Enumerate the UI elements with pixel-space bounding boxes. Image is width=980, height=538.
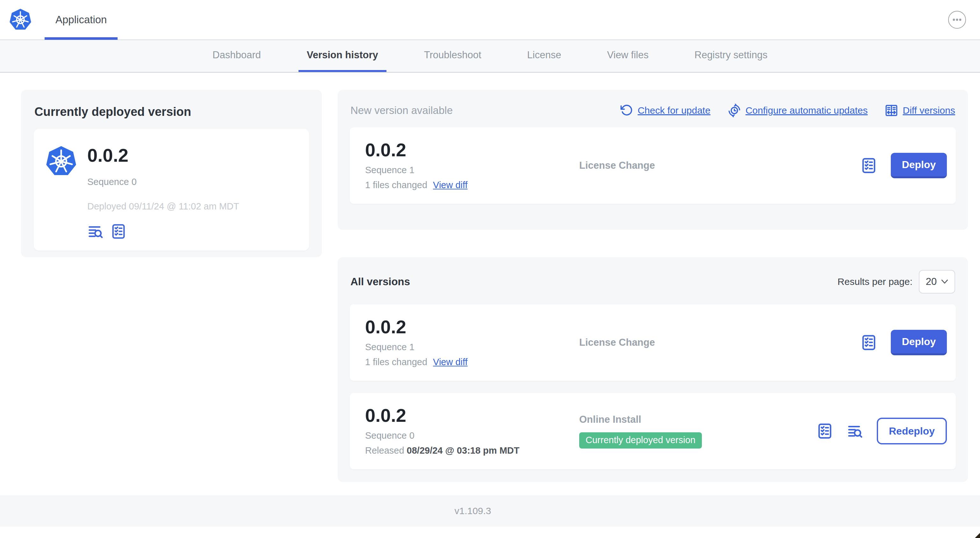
ellipsis-menu-button[interactable] <box>948 11 966 29</box>
redeploy-button[interactable]: Redeploy <box>877 418 947 444</box>
currently-deployed-card: Currently deployed version <box>21 90 322 257</box>
released-label: Released <box>365 445 404 455</box>
tab-license[interactable]: License <box>519 40 570 72</box>
configure-automatic-updates-label: Configure automatic updates <box>746 105 868 116</box>
diff-icon <box>885 104 898 117</box>
all-versions-title: All versions <box>350 276 410 288</box>
tab-registry-settings[interactable]: Registry settings <box>686 40 776 72</box>
admin-console-screen: Application Dashboard Version history Tr… <box>0 0 980 538</box>
currently-deployed-badge: Currently deployed version <box>579 432 702 449</box>
results-per-page-select[interactable]: 20 <box>919 270 955 294</box>
footer: v1.109.3 <box>0 495 980 527</box>
subnav-tabs: Dashboard Version history Troubleshoot L… <box>0 40 980 73</box>
version-source-block: Online Install Currently deployed versio… <box>579 414 816 449</box>
app-tab-application[interactable]: Application <box>45 0 118 40</box>
version-sequence: Sequence 1 <box>365 165 579 175</box>
new-version-section: New version available Check for update <box>338 90 968 230</box>
tab-troubleshoot[interactable]: Troubleshoot <box>416 40 490 72</box>
currently-deployed-title: Currently deployed version <box>34 105 309 119</box>
deploy-button[interactable]: Deploy <box>891 330 947 355</box>
currently-deployed-version-card: 0.0.2 Sequence 0 Deployed 09/11/24 @ 11:… <box>34 129 309 251</box>
preflight-checks-icon[interactable] <box>860 334 877 351</box>
screenshot-corner-artifact <box>974 533 980 538</box>
main-content: Currently deployed version <box>0 73 980 482</box>
view-diff-link[interactable]: View diff <box>433 180 468 190</box>
files-changed-text: 1 files changed <box>365 180 427 190</box>
version-released-timestamp: Released 08/29/24 @ 03:18 pm MDT <box>365 445 579 456</box>
version-number: 0.0.2 <box>365 141 579 159</box>
current-sequence: Sequence 0 <box>87 177 239 187</box>
new-version-row: 0.0.2 Sequence 1 1 files changed View di… <box>350 127 956 204</box>
files-changed-text: 1 files changed <box>365 357 427 367</box>
console-version: v1.109.3 <box>454 506 491 516</box>
version-source-label: License Change <box>579 160 860 171</box>
version-number: 0.0.2 <box>365 318 579 336</box>
diff-versions-label: Diff versions <box>902 105 955 116</box>
current-deployed-timestamp: Deployed 09/11/24 @ 11:02 am MDT <box>87 201 239 212</box>
configure-automatic-updates-link[interactable]: Configure automatic updates <box>728 104 868 117</box>
version-source-label: Online Install <box>579 414 816 425</box>
version-row-sequence-1: 0.0.2 Sequence 1 1 files changed View di… <box>350 304 956 381</box>
schedule-icon <box>728 104 741 117</box>
all-versions-section: All versions Results per page: 20 <box>338 257 968 482</box>
kubernetes-logo-icon <box>9 8 32 31</box>
version-number: 0.0.2 <box>365 406 579 425</box>
results-per-page-label: Results per page: <box>838 276 912 287</box>
version-row-sequence-0: 0.0.2 Sequence 0 Released 08/29/24 @ 03:… <box>350 393 956 469</box>
app-header: Application <box>0 0 980 40</box>
version-sequence: Sequence 1 <box>365 342 579 352</box>
preflight-checks-icon[interactable] <box>816 422 834 440</box>
preflight-checks-icon[interactable] <box>110 223 127 240</box>
results-per-page-value: 20 <box>926 276 937 287</box>
refresh-icon <box>620 104 633 117</box>
app-tab-label: Application <box>56 14 107 26</box>
deploy-button[interactable]: Deploy <box>891 153 947 178</box>
chevron-down-icon <box>941 279 948 284</box>
version-sequence: Sequence 0 <box>365 430 579 441</box>
tab-version-history[interactable]: Version history <box>299 40 387 72</box>
check-for-update-link[interactable]: Check for update <box>620 104 710 117</box>
tab-view-files[interactable]: View files <box>599 40 657 72</box>
view-diff-link[interactable]: View diff <box>433 357 468 367</box>
released-date: 08/29/24 @ 03:18 pm MDT <box>407 445 520 455</box>
ellipsis-icon <box>953 19 961 21</box>
check-for-update-label: Check for update <box>638 105 710 116</box>
new-version-title: New version available <box>350 105 453 116</box>
preflight-checks-icon[interactable] <box>860 157 877 174</box>
kubernetes-app-icon <box>45 146 77 177</box>
tab-dashboard[interactable]: Dashboard <box>204 40 269 72</box>
version-source-label: License Change <box>579 337 860 348</box>
diff-versions-link[interactable]: Diff versions <box>885 104 955 117</box>
deploy-logs-icon[interactable] <box>87 223 104 240</box>
current-version-number: 0.0.2 <box>87 146 239 165</box>
deploy-logs-icon[interactable] <box>847 423 863 439</box>
